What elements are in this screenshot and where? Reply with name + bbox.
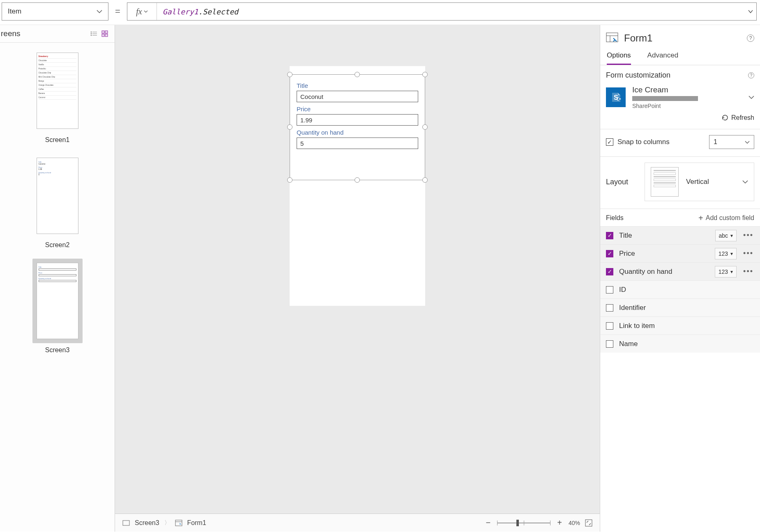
screens-panel: reens Strawberry Chocolate Vanilla P	[0, 25, 115, 532]
datasource-row[interactable]: S Ice Cream SharePoint	[606, 85, 754, 109]
screen3-label: Screen3	[32, 346, 83, 354]
property-selector[interactable]: Item	[2, 2, 108, 21]
tab-options[interactable]: Options	[607, 48, 631, 65]
field-name: Title	[619, 232, 632, 240]
grid-view-icon[interactable]	[101, 30, 108, 37]
sharepoint-icon: S	[606, 87, 626, 107]
formula-suffix: .Selected	[198, 7, 239, 16]
chevron-down-icon[interactable]	[748, 95, 754, 99]
svg-point-2	[91, 33, 92, 34]
field-row-link[interactable]: Link to item	[600, 316, 760, 335]
svg-point-0	[91, 32, 92, 32]
fit-icon[interactable]	[585, 519, 592, 527]
list-view-icon[interactable]	[90, 30, 97, 37]
field-input-title[interactable]: Coconut	[297, 91, 418, 102]
field-row-name[interactable]: Name	[600, 335, 760, 353]
formula-input[interactable]: Gallery1.Selected	[157, 3, 745, 20]
resize-handle[interactable]	[287, 177, 292, 183]
canvas[interactable]: Title Coconut Price 1.99 Quantity on han…	[115, 25, 600, 532]
formula-expand-icon[interactable]	[745, 3, 756, 20]
field-row-title[interactable]: Title abc▾ •••	[600, 226, 760, 244]
field-name: Link to item	[619, 322, 655, 330]
selected-control-name: Form1	[624, 32, 652, 44]
add-custom-field-button[interactable]: + Add custom field	[698, 214, 754, 222]
form-control-selected[interactable]: Title Coconut Price 1.99 Quantity on han…	[290, 74, 425, 180]
resize-handle[interactable]	[422, 177, 428, 183]
field-menu-icon[interactable]: •••	[742, 267, 754, 276]
field-checkbox[interactable]	[606, 286, 613, 294]
resize-handle[interactable]	[355, 177, 360, 183]
resize-handle[interactable]	[287, 124, 292, 130]
field-name: Quantity on hand	[619, 268, 672, 276]
property-name: Item	[8, 7, 21, 16]
svg-rect-9	[105, 34, 108, 37]
field-checkbox[interactable]	[606, 250, 613, 257]
screen1-preview: Strawberry Chocolate Vanilla Pistachio C…	[37, 53, 78, 129]
field-checkbox[interactable]	[606, 232, 613, 239]
screen-icon	[122, 520, 130, 526]
zoom-in-button[interactable]: +	[555, 518, 564, 527]
field-row-quantity[interactable]: Quantity on hand 123▾ •••	[600, 262, 760, 280]
formula-bar[interactable]: fx Gallery1.Selected	[127, 2, 757, 21]
field-checkbox[interactable]	[606, 268, 613, 275]
resize-handle[interactable]	[422, 72, 428, 77]
equals-label: =	[115, 6, 120, 17]
tab-advanced[interactable]: Advanced	[647, 48, 679, 65]
refresh-button[interactable]: Refresh	[606, 114, 754, 122]
snap-checkbox[interactable]	[606, 138, 613, 146]
field-input-price[interactable]: 1.99	[297, 114, 418, 126]
layout-preview-icon	[651, 167, 679, 197]
field-name: Price	[619, 250, 635, 258]
field-row-id[interactable]: ID	[600, 280, 760, 298]
svg-point-4	[91, 35, 92, 36]
field-checkbox[interactable]	[606, 304, 613, 312]
screen1-label: Screen1	[32, 136, 83, 144]
field-type-select[interactable]: 123▾	[715, 266, 737, 277]
field-row-price[interactable]: Price 123▾ •••	[600, 244, 760, 262]
status-bar: Screen3 〉 Form1 − + 40%	[115, 514, 600, 532]
svg-rect-10	[123, 521, 129, 525]
svg-rect-8	[102, 34, 104, 37]
app-screen[interactable]: Title Coconut Price 1.99 Quantity on han…	[290, 66, 425, 306]
screen2-label: Screen2	[32, 241, 83, 249]
layout-select[interactable]: Vertical	[686, 178, 748, 186]
help-icon[interactable]: ?	[748, 72, 754, 78]
resize-handle[interactable]	[422, 124, 428, 130]
breadcrumb-sep: 〉	[164, 519, 170, 527]
svg-rect-11	[175, 520, 182, 526]
layout-label: Layout	[606, 178, 628, 186]
field-input-qty[interactable]: 5	[297, 138, 418, 149]
field-type-select[interactable]: abc▾	[715, 230, 737, 241]
breadcrumb-form[interactable]: Form1	[187, 519, 206, 527]
field-row-identifier[interactable]: Identifier	[600, 298, 760, 316]
zoom-slider[interactable]	[497, 523, 550, 523]
screen-thumb-1[interactable]: Strawberry Chocolate Vanilla Pistachio C…	[32, 48, 83, 144]
svg-rect-6	[102, 31, 104, 33]
snap-columns-select[interactable]: 1	[709, 135, 754, 149]
field-label-title: Title	[297, 82, 418, 89]
field-label-qty: Quantity on hand	[297, 129, 418, 136]
field-checkbox[interactable]	[606, 340, 613, 348]
field-type-select[interactable]: 123▾	[715, 248, 737, 259]
field-checkbox[interactable]	[606, 322, 613, 330]
zoom-out-button[interactable]: −	[484, 518, 493, 527]
resize-handle[interactable]	[355, 72, 360, 77]
fx-icon[interactable]: fx	[127, 3, 157, 20]
field-name: Name	[619, 340, 638, 348]
formula-ref: Gallery1	[163, 7, 198, 16]
breadcrumb-screen[interactable]: Screen3	[135, 519, 159, 527]
field-name: ID	[619, 286, 626, 294]
field-menu-icon[interactable]: •••	[742, 231, 754, 240]
help-icon[interactable]: ?	[747, 34, 754, 42]
datasource-type: SharePoint	[632, 103, 698, 109]
svg-rect-7	[105, 31, 108, 33]
form-type-icon	[606, 32, 618, 44]
resize-handle[interactable]	[287, 72, 292, 77]
datasource-account-redacted	[632, 96, 698, 101]
field-name: Identifier	[619, 304, 646, 312]
snap-label: Snap to columns	[617, 138, 670, 146]
screen-thumb-2[interactable]: Title Coconut Price 1.99 Quantity on han…	[32, 154, 83, 249]
field-menu-icon[interactable]: •••	[742, 249, 754, 258]
screen-thumb-3[interactable]: Title Price Quantity on hand Screen3	[32, 259, 83, 354]
form-icon	[175, 520, 182, 526]
